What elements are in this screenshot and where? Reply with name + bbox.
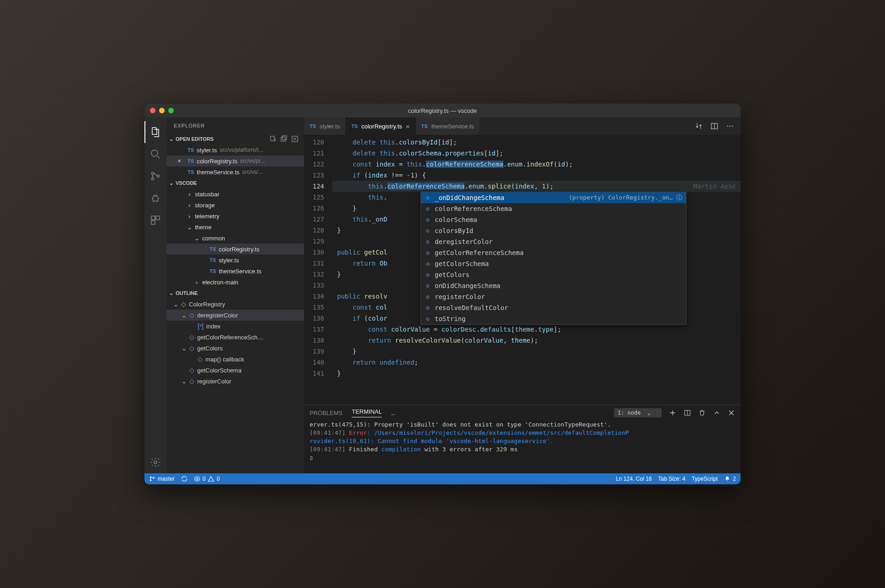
tree-item[interactable]: TSthemeService.ts (166, 266, 304, 277)
tree-item[interactable]: ⌄theme (166, 222, 304, 233)
tab-terminal[interactable]: TERMINAL (352, 408, 382, 417)
git-branch[interactable]: master (149, 476, 175, 482)
settings-activity[interactable] (144, 451, 166, 473)
close-panel-icon[interactable] (728, 409, 735, 416)
outline-item[interactable]: ⌄◇deregisterColor (166, 310, 304, 321)
new-file-icon[interactable] (269, 135, 277, 143)
notifications[interactable]: 2 (724, 476, 736, 482)
svg-point-1 (152, 172, 154, 175)
svg-point-20 (153, 477, 154, 478)
save-all-icon[interactable] (280, 135, 288, 143)
editor-tab[interactable]: TSstyler.ts (304, 117, 346, 135)
suggest-widget[interactable]: ◇_onDidChangeSchema(property) ColorRegis… (420, 192, 686, 325)
kill-terminal-icon[interactable] (698, 409, 706, 416)
close-window-button[interactable] (150, 108, 155, 113)
suggest-item[interactable]: ◇getColorReferenceSchema (421, 247, 686, 258)
explorer-activity[interactable] (144, 121, 166, 143)
outline-item[interactable]: ⌄◇getColors (166, 343, 304, 354)
minimize-window-button[interactable] (159, 108, 165, 113)
method-icon: ◇ (425, 291, 431, 302)
tree-item[interactable]: ›storage (166, 200, 304, 211)
chevron-icon: ⌄ (187, 224, 192, 231)
suggest-item[interactable]: ◇colorSchema (421, 214, 686, 225)
editor-tab[interactable]: TSthemeService.ts (416, 117, 480, 135)
tab-bar: TSstyler.tsTScolorRegistry.ts×TSthemeSer… (304, 117, 741, 135)
tree-item[interactable]: ›electron-main (166, 277, 304, 288)
language-mode[interactable]: TypeScript (692, 476, 718, 482)
close-all-icon[interactable] (291, 135, 299, 143)
sync-button[interactable] (181, 476, 188, 482)
suggest-item[interactable]: ◇colorReferenceSchema (421, 203, 686, 214)
suggest-item[interactable]: ◇resolveDefaultColor (421, 302, 686, 313)
tab-size[interactable]: Tab Size: 4 (658, 476, 685, 482)
tree-item[interactable]: ⌄common (166, 233, 304, 244)
maximize-panel-icon[interactable] (713, 409, 720, 416)
open-editor-item[interactable]: ×TScolorRegistry.tssrc/vs/pl… (166, 155, 304, 166)
source-control-icon (150, 171, 161, 182)
terminal-selector[interactable]: 1: node ⌄ (614, 408, 662, 417)
tree-item[interactable]: ›telemetry (166, 211, 304, 222)
symbol-icon: [ᵃ] (198, 322, 204, 330)
suggest-item[interactable]: ◇colorsById (421, 225, 686, 236)
more-icon[interactable]: … (391, 410, 395, 416)
suggest-item[interactable]: ◇registerColor (421, 291, 686, 302)
sidebar: EXPLORER ⌄ OPEN EDITORS TSstyler.tssrc/v… (166, 117, 304, 473)
outline-item[interactable]: ⌄◇ColorRegistry (166, 299, 304, 310)
split-terminal-icon[interactable] (684, 409, 691, 416)
close-icon[interactable]: × (177, 157, 185, 165)
suggest-item[interactable]: ◇onDidChangeSchema (421, 280, 686, 291)
tab-label: themeService.ts (431, 123, 474, 130)
chevron-icon: ⌄ (173, 301, 178, 308)
suggest-item[interactable]: ◇getColors (421, 269, 686, 280)
open-editors-header[interactable]: ⌄ OPEN EDITORS (166, 133, 304, 144)
suggest-item[interactable]: ◇getColorSchema (421, 258, 686, 269)
debug-activity[interactable] (144, 187, 166, 209)
tree-item[interactable]: TScolorRegistry.ts (166, 244, 304, 255)
svg-point-16 (732, 126, 733, 127)
code-content[interactable]: delete this.colorsById[id]; delete this.… (332, 135, 741, 405)
cursor-position[interactable]: Ln 124, Col 18 (616, 476, 652, 482)
file-name: styler.ts (197, 147, 217, 154)
symbol-icon: ◇ (189, 377, 194, 385)
outline-item[interactable]: [ᵃ]index (166, 321, 304, 332)
open-editor-item[interactable]: TSthemeService.tssrc/vs/… (166, 166, 304, 178)
compare-changes-icon[interactable] (695, 122, 703, 130)
search-activity[interactable] (144, 143, 166, 165)
error-icon (194, 476, 200, 482)
editor-tab[interactable]: TScolorRegistry.ts× (346, 117, 415, 135)
problems-status[interactable]: 0 0 (194, 476, 220, 482)
maximize-window-button[interactable] (168, 108, 174, 113)
editor[interactable]: 1201211221231241251261271281291301311321… (304, 135, 741, 405)
outline-item[interactable]: ◇map() callback (166, 354, 304, 365)
chevron-icon: ⌄ (181, 345, 187, 352)
source-control-activity[interactable] (144, 165, 166, 187)
chevron-icon: ⌄ (194, 235, 199, 242)
outline-item[interactable]: ⌄◇registerColor (166, 376, 304, 387)
outline-item[interactable]: ◇getColorReferenceSch… (166, 332, 304, 343)
symbol-name: getColorSchema (197, 367, 242, 374)
close-icon[interactable]: × (406, 122, 410, 130)
svg-point-14 (727, 126, 728, 127)
titlebar[interactable]: colorRegistry.ts — vscode (144, 104, 741, 117)
new-terminal-icon[interactable] (669, 409, 676, 416)
outline-header[interactable]: ⌄ OUTLINE (166, 288, 304, 299)
file-name: themeService.ts (197, 169, 239, 176)
open-editor-item[interactable]: TSstyler.tssrc/vs/platform/t… (166, 144, 304, 155)
tree-item[interactable]: TSstyler.ts (166, 255, 304, 266)
split-editor-icon[interactable] (710, 122, 719, 130)
workspace-header[interactable]: ⌄ VSCODE (166, 178, 304, 189)
item-label: statusbar (195, 191, 219, 198)
svg-point-18 (150, 477, 151, 477)
suggest-item[interactable]: ◇toString (421, 313, 686, 324)
terminal-output[interactable]: erver.ts(475,15): Property 'isBuilt' doe… (304, 421, 741, 473)
tree-item[interactable]: ›statusbar (166, 189, 304, 200)
svg-rect-10 (281, 137, 285, 141)
suggest-item[interactable]: ◇_onDidChangeSchema(property) ColorRegis… (421, 192, 686, 203)
outline-item[interactable]: ◇getColorSchema (166, 365, 304, 376)
chevron-icon: › (187, 202, 192, 209)
more-icon[interactable] (726, 122, 734, 130)
extensions-activity[interactable] (144, 209, 166, 231)
typescript-icon: TS (310, 123, 316, 129)
suggest-item[interactable]: ◇deregisterColor (421, 236, 686, 247)
tab-problems[interactable]: PROBLEMS (310, 410, 343, 416)
